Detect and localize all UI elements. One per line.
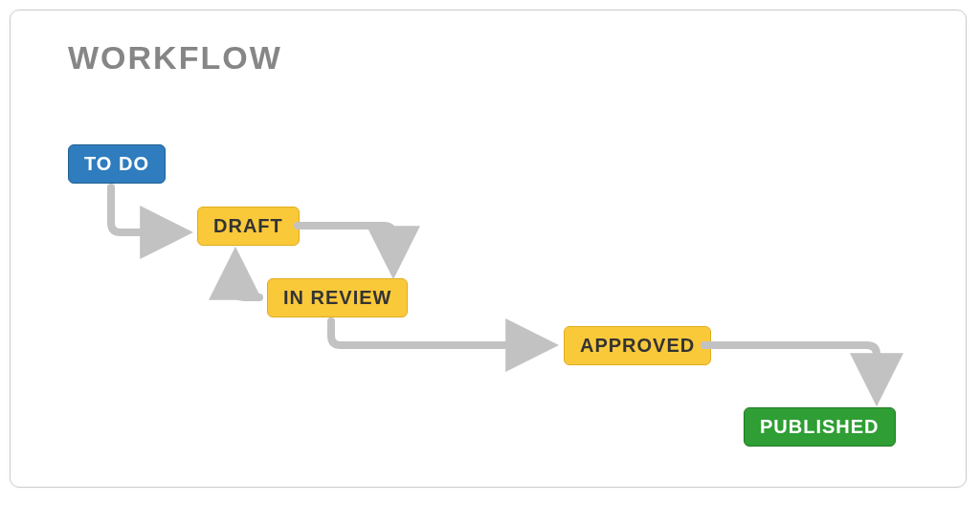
node-todo[interactable]: TO DO	[68, 144, 166, 184]
node-draft[interactable]: DRAFT	[197, 207, 300, 246]
arrow-todo-to-draft	[111, 187, 183, 232]
arrow-inreview-to-approved	[331, 321, 548, 345]
node-in-review[interactable]: IN REVIEW	[267, 278, 408, 317]
node-approved-label: APPROVED	[580, 335, 695, 357]
node-draft-label: DRAFT	[213, 215, 283, 237]
node-published-label: PUBLISHED	[760, 416, 880, 438]
node-in-review-label: IN REVIEW	[283, 287, 391, 309]
workflow-card: WORKFLOW TO DO DRAFT IN REVIEW APPROVED …	[10, 10, 967, 488]
arrow-inreview-to-draft	[235, 257, 259, 297]
arrow-approved-to-published	[704, 345, 877, 396]
arrow-draft-to-inreview	[298, 226, 393, 269]
node-published[interactable]: PUBLISHED	[744, 407, 896, 447]
node-todo-label: TO DO	[84, 153, 149, 175]
node-approved[interactable]: APPROVED	[564, 326, 711, 365]
workflow-title: WORKFLOW	[68, 39, 282, 76]
